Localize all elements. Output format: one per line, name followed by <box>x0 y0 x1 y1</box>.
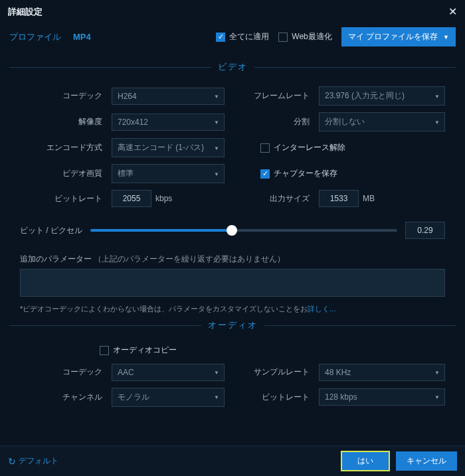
close-icon[interactable]: ✕ <box>448 5 457 18</box>
resolution-label: 解像度 <box>20 116 106 127</box>
ok-button[interactable]: はい <box>341 451 389 471</box>
refresh-icon: ↻ <box>8 456 16 467</box>
default-button[interactable]: ↻ デフォルト <box>8 455 58 467</box>
resolution-select[interactable]: 720x412▼ <box>112 114 225 131</box>
outsize-unit: MB <box>363 194 375 203</box>
split-select[interactable]: 分割しない▼ <box>319 112 445 131</box>
encode-select[interactable]: 高速エンコード (1-パス)▼ <box>112 138 225 157</box>
audio-bitrate-select[interactable]: 128 kbps▼ <box>319 388 445 406</box>
check-icon: ✓ <box>216 33 225 42</box>
codec-select[interactable]: H264▼ <box>112 88 225 105</box>
audio-codec-label: コーデック <box>20 366 106 378</box>
extra-params-label: 追加のパラメーター <box>20 254 92 264</box>
save-profile-button[interactable]: マイ プロファイルを保存 ▼ <box>341 27 456 46</box>
profile-label: プロファイル <box>9 31 61 43</box>
extra-params-hint: （上記のパラメーターを繰り返す必要はありません） <box>94 254 285 264</box>
dialog-title: 詳細設定 <box>8 6 43 18</box>
audio-codec-select[interactable]: AAC▼ <box>112 364 225 381</box>
apply-all-label: 全てに適用 <box>229 31 269 42</box>
audio-copy-checkbox[interactable]: オーディオコピー <box>100 345 177 356</box>
web-opt-checkbox[interactable]: Web最適化 <box>278 31 331 42</box>
profile-value: MP4 <box>73 32 91 42</box>
deinterlace-checkbox[interactable]: インターレース解除 <box>247 142 445 153</box>
channel-label: チャンネル <box>20 392 106 403</box>
samplerate-label: サンプルレート <box>247 366 314 378</box>
codec-label: コーデック <box>20 90 106 102</box>
bitrate-unit: kbps <box>155 194 172 203</box>
codec-hint-link[interactable]: 詳しく... <box>308 305 335 313</box>
audio-copy-label: オーディオコピー <box>113 345 177 356</box>
chevron-down-icon: ▼ <box>443 34 449 40</box>
audio-section-title: オーディオ <box>208 319 258 331</box>
apply-all-checkbox[interactable]: ✓ 全てに適用 <box>216 31 269 42</box>
audio-bitrate-label: ビットレート <box>247 392 314 403</box>
check-icon <box>260 143 270 153</box>
video-section-title: ビデオ <box>218 61 248 73</box>
framerate-label: フレームレート <box>247 90 314 102</box>
slider-thumb-icon[interactable] <box>227 225 237 236</box>
outsize-label: 出力サイズ <box>247 193 314 204</box>
chapter-checkbox[interactable]: ✓ チャプターを保存 <box>247 168 445 179</box>
check-icon <box>278 33 288 42</box>
bitrate-input[interactable] <box>112 190 151 207</box>
extra-params-input[interactable] <box>20 269 445 297</box>
outsize-input[interactable] <box>319 190 359 207</box>
deinterlace-label: インターレース解除 <box>274 142 345 153</box>
framerate-select[interactable]: 23.976 (入力元と同じ)▼ <box>319 86 445 106</box>
check-icon <box>100 346 109 355</box>
bitrate-label: ビットレート <box>20 193 106 204</box>
codec-hint-text: *ビデオコーデックによくわからない場合は、パラメータをカスタマイズしないことをお <box>20 305 308 313</box>
web-opt-label: Web最適化 <box>292 31 331 42</box>
quality-select[interactable]: 標準▼ <box>112 164 225 183</box>
encode-label: エンコード方式 <box>20 142 106 153</box>
bpp-slider[interactable] <box>90 229 397 232</box>
chapter-label: チャプターを保存 <box>274 168 337 179</box>
quality-label: ビデオ画質 <box>20 168 106 179</box>
check-icon: ✓ <box>260 169 270 179</box>
cancel-button[interactable]: キャンセル <box>396 451 457 471</box>
bpp-label: ビット / ピクセル <box>20 225 82 236</box>
split-label: 分割 <box>247 116 314 127</box>
channel-select[interactable]: モノラル▼ <box>112 388 225 407</box>
samplerate-select[interactable]: 48 KHz▼ <box>319 364 445 381</box>
bpp-value-input[interactable] <box>405 222 445 239</box>
